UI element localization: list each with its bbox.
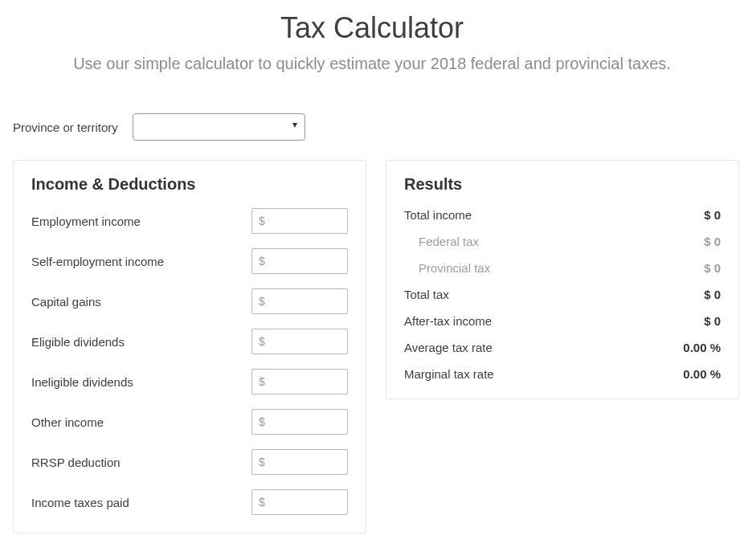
results-panel: Results Total income $ 0 Federal tax $ 0… <box>386 160 739 399</box>
province-row: Province or territory <box>13 113 731 141</box>
result-avg-rate-value: 0.00 % <box>683 341 721 354</box>
income-panel: Income & Deductions Employment income Se… <box>13 160 366 533</box>
employment-income-input[interactable] <box>251 208 348 234</box>
result-after-tax-income-label: After-tax income <box>404 314 492 328</box>
eligible-dividends-row: Eligible dividends <box>31 329 348 354</box>
income-taxes-paid-input[interactable] <box>251 489 348 515</box>
result-total-income-label: Total income <box>404 208 472 222</box>
result-total-tax-row: Total tax $ 0 <box>404 288 721 301</box>
self-employment-income-input[interactable] <box>251 248 348 274</box>
result-after-tax-income-row: After-tax income $ 0 <box>404 314 721 328</box>
ineligible-dividends-row: Ineligible dividends <box>31 369 348 394</box>
result-federal-tax-value: $ 0 <box>704 235 721 248</box>
income-taxes-paid-row: Income taxes paid <box>31 489 348 515</box>
eligible-dividends-input[interactable] <box>251 329 348 354</box>
income-heading: Income & Deductions <box>31 175 348 194</box>
result-total-income-value: $ 0 <box>704 208 721 222</box>
result-federal-tax-row: Federal tax $ 0 <box>404 235 721 248</box>
result-after-tax-income-value: $ 0 <box>704 314 721 328</box>
result-avg-rate-row: Average tax rate 0.00 % <box>404 341 721 354</box>
capital-gains-input[interactable] <box>251 288 348 314</box>
result-provincial-tax-value: $ 0 <box>704 261 721 275</box>
result-provincial-tax-row: Provincial tax $ 0 <box>404 261 721 275</box>
rrsp-deduction-input[interactable] <box>251 449 348 475</box>
employment-income-row: Employment income <box>31 208 348 234</box>
result-federal-tax-label: Federal tax <box>404 235 479 248</box>
eligible-dividends-label: Eligible dividends <box>31 335 125 349</box>
rrsp-deduction-row: RRSP deduction <box>31 449 348 475</box>
other-income-row: Other income <box>31 409 348 435</box>
employment-income-label: Employment income <box>31 215 141 228</box>
result-marginal-rate-value: 0.00 % <box>683 367 721 381</box>
other-income-input[interactable] <box>251 409 348 435</box>
province-label: Province or territory <box>13 121 118 134</box>
ineligible-dividends-input[interactable] <box>251 369 348 394</box>
result-total-income-row: Total income $ 0 <box>404 208 721 222</box>
self-employment-income-row: Self-employment income <box>31 248 348 274</box>
result-avg-rate-label: Average tax rate <box>404 341 493 354</box>
result-total-tax-label: Total tax <box>404 288 449 301</box>
result-provincial-tax-label: Provincial tax <box>404 261 490 275</box>
capital-gains-row: Capital gains <box>31 288 348 314</box>
self-employment-income-label: Self-employment income <box>31 255 164 268</box>
other-income-label: Other income <box>31 415 104 429</box>
capital-gains-label: Capital gains <box>31 295 101 309</box>
page-subtitle: Use our simple calculator to quickly est… <box>13 55 731 73</box>
province-select[interactable] <box>133 113 305 141</box>
result-total-tax-value: $ 0 <box>704 288 721 301</box>
results-heading: Results <box>404 175 721 194</box>
income-taxes-paid-label: Income taxes paid <box>31 496 129 509</box>
result-marginal-rate-label: Marginal tax rate <box>404 367 494 381</box>
page-title: Tax Calculator <box>13 11 731 45</box>
rrsp-deduction-label: RRSP deduction <box>31 456 121 469</box>
ineligible-dividends-label: Ineligible dividends <box>31 375 133 389</box>
result-marginal-rate-row: Marginal tax rate 0.00 % <box>404 367 721 381</box>
